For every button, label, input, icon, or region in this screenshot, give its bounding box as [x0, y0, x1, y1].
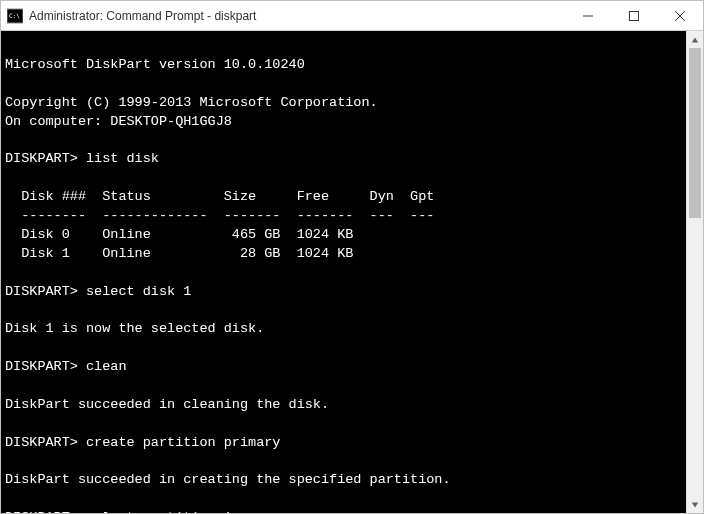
scrollbar-thumb[interactable]: [689, 48, 701, 218]
terminal-line: DISKPART> create partition primary: [5, 434, 682, 453]
terminal-container: Microsoft DiskPart version 10.0.10240 Co…: [1, 31, 703, 513]
terminal-line: [5, 453, 682, 472]
terminal-line: [5, 377, 682, 396]
scroll-up-arrow[interactable]: [687, 31, 703, 48]
terminal-line: DISKPART> select disk 1: [5, 283, 682, 302]
scroll-down-arrow[interactable]: [687, 496, 703, 513]
terminal-line: DISKPART> clean: [5, 358, 682, 377]
terminal-line: Disk 1 Online 28 GB 1024 KB: [5, 245, 682, 264]
terminal-line: Disk 0 Online 465 GB 1024 KB: [5, 226, 682, 245]
close-button[interactable]: [657, 1, 703, 30]
cmd-icon: C:\: [7, 8, 23, 24]
terminal-line: [5, 264, 682, 283]
terminal-line: DISKPART> list disk: [5, 150, 682, 169]
terminal-line: [5, 415, 682, 434]
window-titlebar: C:\ Administrator: Command Prompt - disk…: [1, 1, 703, 31]
terminal-line: DISKPART> select partition 1: [5, 509, 682, 513]
window-controls: [565, 1, 703, 30]
terminal-line: Disk ### Status Size Free Dyn Gpt: [5, 188, 682, 207]
terminal-line: [5, 131, 682, 150]
minimize-button[interactable]: [565, 1, 611, 30]
terminal-line: DiskPart succeeded in creating the speci…: [5, 471, 682, 490]
terminal-line: Microsoft DiskPart version 10.0.10240: [5, 56, 682, 75]
terminal-line: [5, 490, 682, 509]
terminal-line: [5, 301, 682, 320]
terminal-line: Disk 1 is now the selected disk.: [5, 320, 682, 339]
terminal-line: DiskPart succeeded in cleaning the disk.: [5, 396, 682, 415]
scrollbar-track[interactable]: [687, 48, 703, 496]
maximize-button[interactable]: [611, 1, 657, 30]
terminal-line: [5, 339, 682, 358]
terminal-line: [5, 75, 682, 94]
terminal-output[interactable]: Microsoft DiskPart version 10.0.10240 Co…: [1, 31, 686, 513]
terminal-line: Copyright (C) 1999-2013 Microsoft Corpor…: [5, 94, 682, 113]
terminal-line: -------- ------------- ------- ------- -…: [5, 207, 682, 226]
terminal-line: [5, 37, 682, 56]
vertical-scrollbar[interactable]: [686, 31, 703, 513]
terminal-line: On computer: DESKTOP-QH1GGJ8: [5, 113, 682, 132]
terminal-line: [5, 169, 682, 188]
svg-rect-3: [630, 11, 639, 20]
window-title: Administrator: Command Prompt - diskpart: [29, 9, 565, 23]
svg-text:C:\: C:\: [9, 12, 20, 19]
